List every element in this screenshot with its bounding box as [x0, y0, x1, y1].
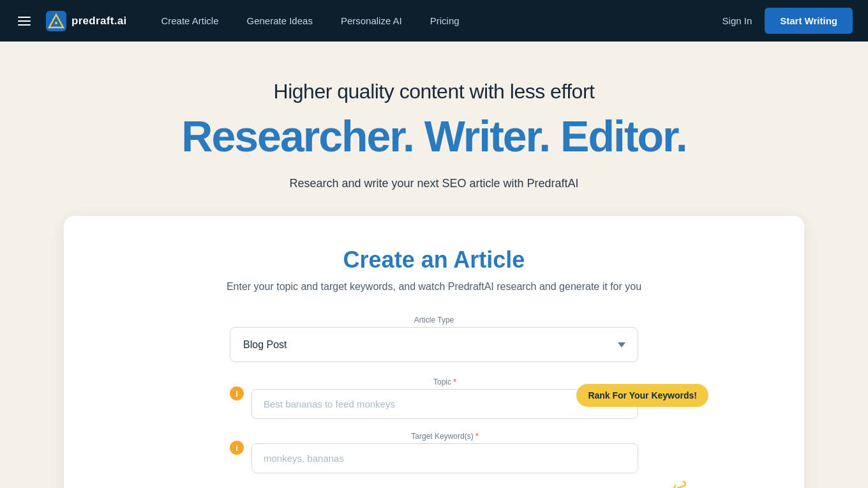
sign-in-button[interactable]: Sign In	[722, 15, 752, 26]
form-card-title: Create an Article	[179, 247, 689, 273]
topic-label: Topic *	[251, 377, 638, 386]
form-title-highlight: Article	[453, 247, 525, 273]
keyword-required: *	[475, 432, 479, 441]
logo-text: predraft.ai	[71, 15, 126, 27]
nav-left: predraft.ai	[15, 11, 126, 31]
logo-icon	[46, 11, 66, 31]
rank-tooltip-arrow-icon: ↩	[667, 473, 691, 488]
nav-link-create-article[interactable]: Create Article	[147, 0, 232, 42]
nav-right: Sign In Start Writing	[722, 8, 853, 34]
nav-link-pricing[interactable]: Pricing	[416, 0, 474, 42]
svg-point-2	[55, 22, 57, 24]
logo-container: predraft.ai	[46, 11, 126, 31]
article-type-label: Article Type	[230, 316, 638, 324]
form-title-plain: Create an	[343, 247, 454, 273]
article-type-select[interactable]: Blog Post Product Review How-To Guide Ne…	[230, 327, 638, 362]
nav-link-generate-ideas[interactable]: Generate Ideas	[232, 0, 326, 42]
article-type-wrapper: Article Type Blog Post Product Review Ho…	[230, 316, 638, 362]
form-card: Create an Article Enter your topic and t…	[64, 216, 804, 488]
topic-info-icon[interactable]: i	[230, 386, 244, 400]
nav-link-personalize-ai[interactable]: Personalize AI	[327, 0, 416, 42]
form-card-description: Enter your topic and target keywords, an…	[179, 281, 689, 293]
rank-tooltip: Rank For Your Keywords!	[576, 384, 708, 407]
keyword-label: Target Keyword(s) *	[251, 432, 638, 441]
hero-description: Research and write your next SEO article…	[13, 177, 855, 190]
start-writing-button[interactable]: Start Writing	[765, 8, 853, 34]
topic-required: *	[453, 377, 456, 386]
hero-title: Researcher. Writer. Editor.	[13, 114, 855, 159]
keyword-info-icon[interactable]: i	[230, 441, 244, 455]
article-type-select-wrapper: Blog Post Product Review How-To Guide Ne…	[230, 327, 638, 362]
navbar: predraft.ai Create Article Generate Idea…	[0, 0, 868, 42]
keyword-input[interactable]	[251, 443, 638, 473]
keyword-field-wrapper: Target Keyword(s) *	[251, 432, 638, 473]
hero-section: Higher quality content with less effort …	[0, 42, 868, 488]
hamburger-icon[interactable]	[15, 14, 33, 28]
nav-links: Create Article Generate Ideas Personaliz…	[147, 0, 473, 42]
keyword-row: i Target Keyword(s) *	[230, 432, 638, 473]
hero-subtitle: Higher quality content with less effort	[13, 80, 855, 103]
